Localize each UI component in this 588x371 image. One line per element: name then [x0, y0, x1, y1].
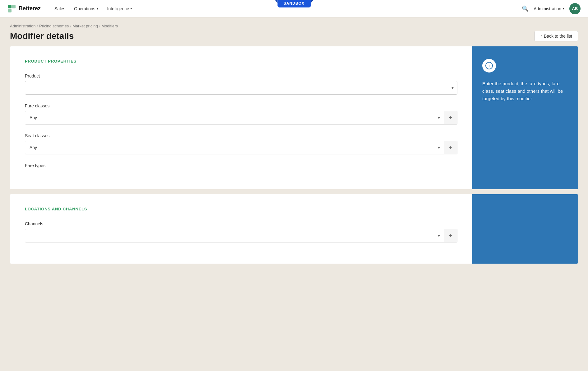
- main-content: PRODUCT PROPERTIES Product Fare classes: [0, 46, 588, 274]
- product-select-wrapper: [25, 81, 457, 95]
- breadcrumb-pricing-schemes[interactable]: Pricing schemes: [39, 24, 69, 28]
- product-info-text: Enter the product, the fare types, fare …: [482, 80, 568, 102]
- nav-admin[interactable]: Administration ▾: [534, 6, 564, 11]
- fare-classes-select[interactable]: Any: [25, 111, 444, 124]
- seat-classes-label: Seat classes: [25, 133, 457, 138]
- fare-classes-label: Fare classes: [25, 103, 457, 108]
- fare-types-label: Fare types: [25, 163, 457, 168]
- info-icon-circle: i: [482, 59, 496, 73]
- back-to-list-button[interactable]: ‹ Back to the list: [535, 31, 578, 41]
- page-title: Modifier details: [10, 31, 74, 41]
- channels-select[interactable]: [25, 229, 444, 242]
- fare-classes-field-group: Fare classes Any +: [25, 103, 457, 124]
- locations-channels-title: LOCATIONS AND CHANNELS: [25, 207, 457, 211]
- fare-classes-add-button[interactable]: +: [444, 111, 457, 124]
- breadcrumb-market-pricing[interactable]: Market pricing: [72, 24, 98, 28]
- breadcrumb-modifiers[interactable]: Modifiers: [101, 24, 118, 28]
- fare-classes-select-wrapper: Any: [25, 111, 444, 124]
- product-field-group: Product: [25, 73, 457, 95]
- seat-classes-field-row: Any +: [25, 141, 457, 154]
- back-arrow-icon: ‹: [540, 34, 542, 39]
- card-left-product: PRODUCT PROPERTIES Product Fare classes: [10, 46, 472, 189]
- product-properties-card: PRODUCT PROPERTIES Product Fare classes: [10, 46, 578, 189]
- chevron-down-icon: ▾: [563, 7, 564, 11]
- fare-types-field-group: Fare types: [25, 163, 457, 168]
- seat-classes-select-wrapper: Any: [25, 141, 444, 154]
- card-right-locations: [472, 194, 578, 264]
- breadcrumb-admin[interactable]: Administration: [10, 24, 35, 28]
- sandbox-banner: SANDBOX: [277, 0, 311, 7]
- page-header: Administration / Pricing schemes / Marke…: [0, 17, 588, 46]
- chevron-down-icon: ▾: [130, 7, 132, 11]
- nav-sales[interactable]: Sales: [51, 4, 69, 14]
- card-left-locations: LOCATIONS AND CHANNELS Channels +: [10, 194, 472, 264]
- product-select[interactable]: [25, 81, 457, 95]
- navbar: Betterez Sales Operations ▾ Intelligence…: [0, 0, 588, 17]
- channels-select-wrapper: [25, 229, 444, 242]
- seat-classes-add-button[interactable]: +: [444, 141, 457, 154]
- nav-right: 🔍 Administration ▾ AB: [522, 3, 581, 14]
- svg-rect-0: [8, 5, 12, 8]
- product-label: Product: [25, 73, 457, 78]
- avatar[interactable]: AB: [569, 3, 581, 14]
- product-field-row: [25, 81, 457, 95]
- card-right-product: i Enter the product, the fare types, far…: [472, 46, 578, 189]
- breadcrumb: Administration / Pricing schemes / Marke…: [10, 24, 578, 28]
- channels-label: Channels: [25, 221, 457, 226]
- seat-classes-select[interactable]: Any: [25, 141, 444, 154]
- logo-icon: [7, 4, 16, 13]
- chevron-down-icon: ▾: [97, 7, 99, 11]
- channels-add-button[interactable]: +: [444, 229, 457, 242]
- search-icon[interactable]: 🔍: [522, 5, 529, 12]
- locations-channels-card: LOCATIONS AND CHANNELS Channels +: [10, 194, 578, 264]
- info-icon: i: [485, 62, 493, 69]
- svg-rect-2: [8, 9, 12, 12]
- channels-field-group: Channels +: [25, 221, 457, 242]
- nav-operations[interactable]: Operations ▾: [70, 4, 102, 14]
- seat-classes-field-group: Seat classes Any +: [25, 133, 457, 154]
- product-properties-title: PRODUCT PROPERTIES: [25, 59, 457, 63]
- nav-intelligence[interactable]: Intelligence ▾: [104, 4, 136, 14]
- svg-rect-1: [12, 5, 16, 8]
- svg-text:i: i: [488, 63, 490, 68]
- fare-classes-field-row: Any +: [25, 111, 457, 124]
- logo[interactable]: Betterez: [7, 4, 41, 13]
- page-title-row: Modifier details ‹ Back to the list: [10, 31, 578, 41]
- channels-field-row: +: [25, 229, 457, 242]
